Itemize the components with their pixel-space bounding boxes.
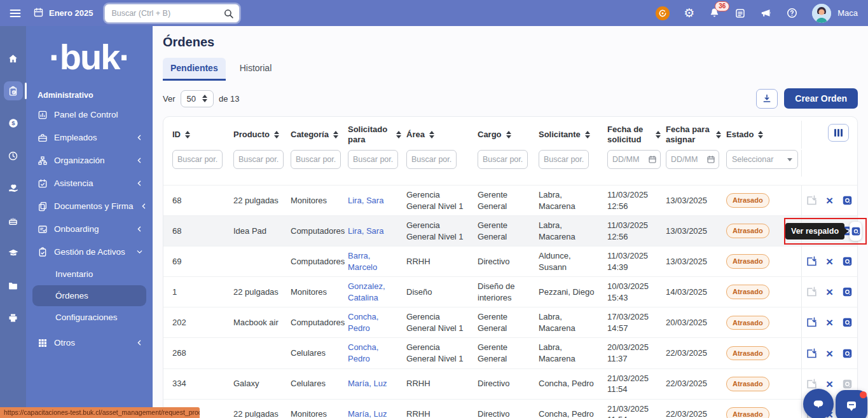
view-backup-button[interactable]: [841, 194, 853, 206]
filter-area-input[interactable]: [406, 150, 457, 169]
cancel-order-button[interactable]: ×: [826, 316, 833, 328]
period-selector[interactable]: Enero 2025: [33, 7, 93, 20]
view-backup-button[interactable]: [850, 222, 862, 241]
global-search[interactable]: [104, 4, 240, 23]
sort-icon[interactable]: [758, 131, 763, 138]
view-backup-button[interactable]: [841, 255, 853, 267]
files-folder-icon[interactable]: [4, 276, 23, 295]
sort-icon[interactable]: [396, 131, 401, 138]
filter-solicitante-input[interactable]: [539, 150, 589, 169]
help-icon[interactable]: [786, 7, 798, 19]
download-icon: [762, 93, 772, 104]
tab-pendientes[interactable]: Pendientes: [163, 58, 226, 81]
culture-cake-icon[interactable]: [4, 211, 23, 230]
cell-solicitado-para-link[interactable]: Gonzalez, Catalina: [348, 277, 406, 307]
table-row[interactable]: 268 Celulares Concha, Pedro Gerencia Gen…: [163, 337, 857, 368]
sort-icon[interactable]: [429, 131, 434, 138]
home-icon[interactable]: [4, 49, 23, 68]
user-avatar[interactable]: [812, 4, 831, 23]
table-row[interactable]: 68 22 pulgadas Monitores Lira, Sara Gere…: [163, 185, 857, 215]
cell-solicitado-para-link[interactable]: Lira, Sara: [348, 222, 406, 241]
sidebar-item-organizacion[interactable]: Organización: [26, 149, 153, 172]
export-download-button[interactable]: [756, 89, 778, 109]
sort-icon[interactable]: [274, 131, 279, 138]
cell-solicitado-para-link[interactable]: María, Luz: [348, 405, 406, 418]
settings-gear-icon[interactable]: ⚙: [684, 7, 694, 19]
view-backup-button[interactable]: [841, 378, 853, 390]
view-backup-button[interactable]: [841, 347, 853, 360]
sidebar-subitem-ordenes[interactable]: Órdenes: [32, 285, 146, 306]
filter-solicitado-input[interactable]: [348, 150, 398, 169]
printer-icon[interactable]: [4, 308, 23, 327]
ver-respaldo-tooltip: Ver respaldo: [785, 223, 844, 239]
table-row[interactable]: 202 Macbook air Computadores Concha, Ped…: [163, 307, 857, 337]
tab-historial[interactable]: Historial: [232, 58, 280, 81]
filter-estado-select[interactable]: Seleccionar: [726, 150, 798, 169]
filter-categoria-input[interactable]: [291, 150, 341, 169]
megaphone-icon[interactable]: [760, 7, 772, 19]
sort-icon[interactable]: [656, 131, 661, 138]
remunerations-dollar-icon[interactable]: $: [4, 114, 23, 133]
tabs: Pendientes Historial: [163, 58, 858, 81]
chat-bubble-button[interactable]: [803, 389, 834, 418]
cell-solicitado-para-link[interactable]: Lira, Sara: [348, 191, 406, 210]
sort-icon[interactable]: [585, 131, 590, 138]
search-input[interactable]: [105, 9, 239, 18]
view-backup-button[interactable]: [841, 316, 853, 328]
table-row[interactable]: 1 22 pulgadas Monitores Gonzalez, Catali…: [163, 276, 857, 307]
cell-solicitado-para-link[interactable]: Concha, Pedro: [348, 307, 406, 337]
assign-order-button[interactable]: [806, 255, 818, 267]
benefits-hand-heart-icon[interactable]: [4, 179, 23, 198]
assign-order-button[interactable]: [806, 378, 818, 390]
column-settings-button[interactable]: [828, 124, 849, 142]
news-icon[interactable]: [734, 8, 746, 19]
sidebar-subitem-configuraciones[interactable]: Configuraciones: [26, 307, 153, 328]
cell-solicitado-para-link[interactable]: Concha, Pedro: [348, 338, 406, 368]
cancel-order-button[interactable]: ×: [826, 347, 833, 360]
hamburger-menu-icon[interactable]: [9, 7, 22, 20]
cell-fecha-solicitud: 11/03/2025 12:56: [607, 216, 666, 246]
table-row[interactable]: 334 Galaxy Celulares María, Luz RRHH Dir…: [163, 368, 857, 399]
cell-area: Gerencia General Nivel 1: [406, 216, 478, 246]
filter-producto-input[interactable]: [233, 150, 284, 169]
sidebar-section-label: Administrativo: [38, 91, 153, 100]
assign-order-button[interactable]: [806, 286, 818, 298]
cell-fecha-solicitud: 11/03/2025 12:56: [607, 185, 666, 215]
time-clock-icon[interactable]: [4, 146, 23, 165]
cell-solicitado-para-link[interactable]: Barra, Marcelo: [348, 246, 406, 276]
filter-id-input[interactable]: [172, 150, 223, 169]
sort-icon[interactable]: [333, 131, 338, 138]
sort-icon[interactable]: [716, 131, 721, 138]
sidebar-item-otros[interactable]: Otros: [26, 332, 153, 354]
cell-solicitante: Labra, Macarena: [539, 338, 607, 368]
cancel-order-button[interactable]: ×: [826, 378, 833, 390]
cancel-order-button[interactable]: ×: [826, 286, 833, 298]
asset-management-rail-icon[interactable]: [4, 81, 23, 100]
talent-graduation-cap-icon[interactable]: [4, 243, 23, 262]
sort-icon[interactable]: [185, 131, 190, 138]
table-row[interactable]: 69 Computadores Barra, Marcelo RRHH Dire…: [163, 246, 857, 276]
cell-solicitado-para-link[interactable]: María, Luz: [348, 374, 406, 393]
page-size-select[interactable]: 50: [181, 90, 214, 107]
cancel-order-button[interactable]: ×: [826, 194, 833, 206]
calendar-icon: [33, 7, 44, 20]
sidebar-item-empleados[interactable]: Empleados: [26, 126, 153, 149]
sidebar-item-panel-de-control[interactable]: Panel de Control: [26, 104, 153, 126]
assistant-icon[interactable]: [656, 6, 670, 20]
sidebar-item-gestion-de-activos[interactable]: Gestión de Activos: [26, 241, 153, 264]
sidebar-item-documentos-y-firma[interactable]: Documentos y Firma: [26, 195, 153, 218]
cancel-order-button[interactable]: ×: [826, 255, 833, 267]
table-row[interactable]: 68 Idea Pad Computadores Lira, Sara Gere…: [163, 215, 857, 246]
assign-order-button[interactable]: [806, 316, 818, 328]
filter-cargo-input[interactable]: [478, 150, 528, 169]
sidebar-item-asistencia[interactable]: Asistencia: [26, 172, 153, 195]
sidebar-subitem-inventario[interactable]: Inventario: [26, 264, 153, 285]
cell-solicitante: Concha, Pedro: [539, 374, 607, 393]
view-backup-button[interactable]: [841, 286, 853, 298]
table-row[interactable]: 334 22 pulgadas Monitores María, Luz RRH…: [163, 399, 857, 418]
sort-icon[interactable]: [506, 131, 511, 138]
create-order-button[interactable]: Crear Orden: [784, 88, 858, 109]
assign-order-button[interactable]: [806, 347, 818, 360]
sidebar-item-onboarding[interactable]: Onboarding: [26, 218, 153, 241]
assign-order-button[interactable]: [806, 194, 818, 206]
